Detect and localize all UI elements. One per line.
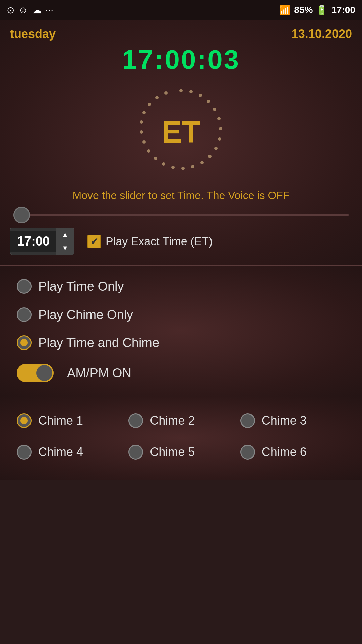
slider-container (10, 212, 352, 218)
svg-point-13 (181, 167, 185, 170)
spinner-value: 17:00 (10, 231, 56, 252)
time-spinner[interactable]: 17:00 ▲ ▼ (10, 228, 74, 255)
chime-label-4: Chime 4 (38, 445, 83, 459)
ampm-toggle[interactable] (17, 364, 54, 382)
chime-radio-5[interactable] (128, 445, 143, 460)
exact-time-label: Play Exact Time (ET) (106, 235, 213, 248)
chime-item-4[interactable]: Chime 4 (17, 445, 122, 460)
radio-btn-play-chime-only[interactable] (17, 307, 32, 322)
svg-point-5 (213, 108, 216, 111)
svg-point-23 (155, 96, 159, 99)
svg-point-16 (154, 157, 157, 160)
status-right-icons: 📶 85% 🔋 17:00 (279, 5, 355, 16)
radio-play-chime-only[interactable]: Play Chime Only (17, 307, 345, 322)
svg-point-4 (207, 100, 210, 103)
chime-radio-3[interactable] (240, 413, 255, 428)
et-container: ET (10, 85, 352, 179)
svg-point-19 (140, 130, 143, 134)
ampm-label: AM/PM ON (67, 366, 131, 380)
chime-radio-4[interactable] (17, 445, 32, 460)
svg-point-22 (148, 103, 151, 106)
svg-point-8 (218, 137, 221, 141)
svg-point-2 (189, 90, 193, 93)
toggle-knob (36, 365, 52, 381)
et-circle-wrapper[interactable]: ET (134, 85, 228, 179)
chime-item-1[interactable]: Chime 1 (17, 413, 122, 428)
status-bar: ⊙ ☺ ☁ ··· 📶 85% 🔋 17:00 (0, 0, 362, 20)
radio-label-play-time-only: Play Time Only (38, 279, 124, 294)
svg-point-21 (142, 111, 146, 114)
svg-point-9 (214, 147, 218, 150)
time-control-row: 17:00 ▲ ▼ ✔ Play Exact Time (ET) (10, 228, 352, 255)
exact-time-checkbox[interactable]: ✔ (87, 235, 101, 248)
time-slider[interactable] (13, 214, 349, 216)
svg-point-12 (191, 165, 194, 168)
exact-time-row: ✔ Play Exact Time (ET) (87, 235, 213, 248)
spinner-down-button[interactable]: ▼ (56, 241, 74, 255)
chime-label-6: Chime 6 (262, 445, 307, 459)
date-label: 13.10.2020 (292, 27, 352, 41)
chimes-grid: Chime 1 Chime 2 Chime 3 Chime 4 Chime 5 (17, 413, 345, 460)
ampm-toggle-row: AM/PM ON (17, 364, 345, 382)
chime-radio-6[interactable] (240, 445, 255, 460)
chrome-icon: ⊙ (7, 5, 14, 16)
svg-point-6 (217, 117, 221, 120)
radio-play-time-only[interactable]: Play Time Only (17, 279, 345, 294)
chime-label-3: Chime 3 (262, 414, 307, 428)
radio-btn-play-time-and-chime[interactable] (17, 335, 32, 350)
svg-point-1 (179, 89, 183, 92)
app-container: tuesday 13.10.2020 17:00:03 (0, 20, 362, 480)
date-row: tuesday 13.10.2020 (10, 27, 352, 41)
top-section: tuesday 13.10.2020 17:00:03 (0, 20, 362, 266)
chime-item-2[interactable]: Chime 2 (128, 413, 233, 428)
smiley-icon: ☺ (18, 5, 28, 15)
svg-point-15 (162, 162, 165, 166)
chime-label-2: Chime 2 (150, 414, 195, 428)
middle-section: Play Time Only Play Chime Only Play Time… (0, 266, 362, 396)
svg-point-3 (199, 94, 202, 97)
day-label: tuesday (10, 27, 56, 41)
svg-point-17 (147, 149, 150, 153)
spinner-up-button[interactable]: ▲ (56, 228, 74, 241)
chime-item-5[interactable]: Chime 5 (128, 445, 233, 460)
radio-label-play-chime-only: Play Chime Only (38, 308, 133, 322)
et-label: ET (162, 115, 200, 150)
instruction-text: Move the slider to set Time. The Voice i… (10, 189, 352, 202)
battery-percent: 85% (294, 5, 313, 15)
chime-item-6[interactable]: Chime 6 (240, 445, 345, 460)
spinner-buttons: ▲ ▼ (56, 228, 74, 255)
battery-icon: 🔋 (316, 5, 328, 16)
status-left-icons: ⊙ ☺ ☁ ··· (7, 5, 53, 16)
chime-radio-1[interactable] (17, 413, 32, 428)
chime-label-5: Chime 5 (150, 445, 195, 459)
dots-icon: ··· (46, 5, 53, 15)
radio-btn-play-time-only[interactable] (17, 279, 32, 294)
radio-play-time-and-chime[interactable]: Play Time and Chime (17, 335, 345, 350)
status-time: 17:00 (331, 5, 355, 15)
svg-point-7 (219, 127, 222, 130)
svg-point-11 (200, 161, 204, 164)
cloud-icon: ☁ (32, 5, 42, 16)
svg-point-20 (140, 120, 143, 124)
svg-point-10 (208, 155, 212, 158)
wifi-icon: 📶 (279, 5, 291, 16)
chime-label-1: Chime 1 (38, 414, 83, 428)
bottom-section: Chime 1 Chime 2 Chime 3 Chime 4 Chime 5 (0, 396, 362, 480)
svg-point-14 (171, 166, 175, 169)
time-display: 17:00:03 (10, 44, 352, 75)
svg-point-24 (164, 91, 168, 95)
radio-label-play-time-and-chime: Play Time and Chime (38, 336, 159, 350)
svg-point-18 (142, 140, 146, 144)
chime-radio-2[interactable] (128, 413, 143, 428)
chime-item-3[interactable]: Chime 3 (240, 413, 345, 428)
